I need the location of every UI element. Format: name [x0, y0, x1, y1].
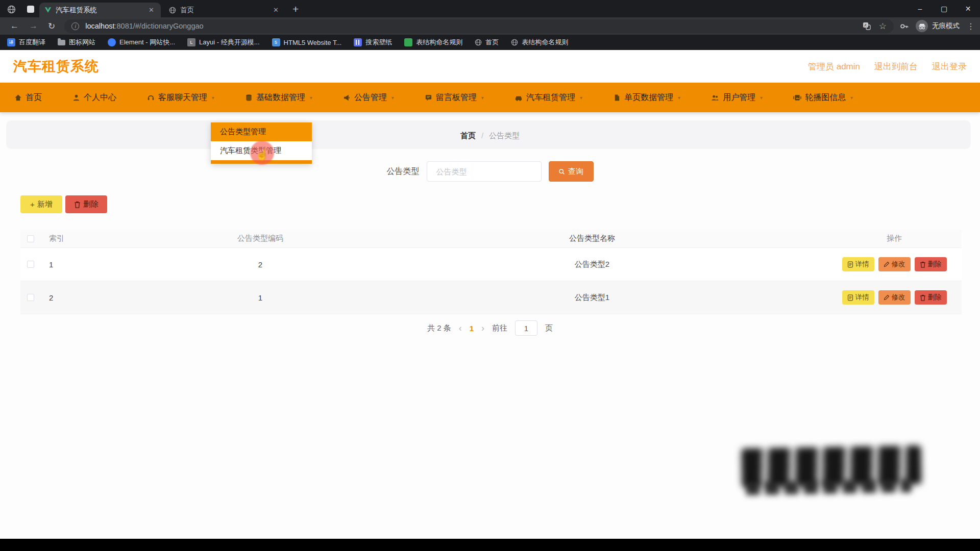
bookmark-star-icon[interactable]: ☆: [879, 21, 887, 32]
tab-car-rental-system[interactable]: 汽车租赁系统 ✕: [39, 3, 161, 17]
click-highlight: ☝: [250, 141, 274, 165]
maximize-button[interactable]: ▢: [932, 0, 956, 17]
nav-item-announcement[interactable]: 公告管理 ▾: [343, 92, 394, 103]
forward-button[interactable]: →: [29, 21, 38, 31]
nav-item-basic-data[interactable]: 基础数据管理 ▾: [245, 92, 312, 103]
document-icon: [847, 261, 853, 268]
bookmark-label: 百度翻译: [19, 38, 45, 47]
wallpaper-icon: [354, 38, 362, 46]
chevron-down-icon: ▾: [850, 95, 853, 101]
search-label: 公告类型: [387, 166, 420, 177]
search-input[interactable]: [436, 167, 538, 176]
query-button[interactable]: 查询: [549, 161, 594, 182]
nav-item-car-rental[interactable]: 汽车租赁管理 ▾: [514, 92, 582, 103]
cell-index: 1: [41, 260, 163, 269]
dropdown-item-announcement-type[interactable]: 公告类型管理: [211, 122, 312, 141]
nav-label: 首页: [26, 92, 42, 103]
nav-item-message-board[interactable]: 留言板管理 ▾: [425, 92, 484, 103]
pencil-icon: [884, 261, 890, 267]
delete-button[interactable]: 删除: [65, 195, 107, 213]
site-info-icon[interactable]: i: [71, 22, 79, 30]
back-button[interactable]: ←: [10, 21, 19, 31]
logout-link[interactable]: 退出登录: [932, 61, 967, 72]
detail-button[interactable]: 详情: [842, 290, 874, 305]
nav-item-single-page-data[interactable]: 单页数据管理 ▾: [613, 92, 680, 103]
nav-item-personal-center[interactable]: 个人中心: [72, 92, 116, 103]
toolbar-right: 无痕模式 ⋮: [900, 20, 975, 32]
chevron-down-icon: ▾: [580, 95, 582, 101]
url-text: localhost:8081/#/dictionaryGonggao: [85, 22, 203, 30]
pinned-extension-icon[interactable]: [27, 6, 34, 13]
add-button[interactable]: + 新增: [20, 195, 62, 213]
nav-item-carousel-info[interactable]: 轮播图信息 ▾: [793, 92, 853, 103]
bookmark-layui[interactable]: LLayui - 经典开源模...: [187, 38, 259, 47]
delete-button-label: 删除: [83, 199, 99, 209]
incognito-badge[interactable]: 无痕模式: [916, 20, 960, 32]
goto-page-input[interactable]: [515, 320, 537, 336]
row-delete-button-label: 删除: [928, 260, 942, 269]
exit-to-front-link[interactable]: 退出到前台: [874, 61, 918, 72]
next-page-icon[interactable]: ›: [481, 323, 484, 334]
bookmark-naming-rules[interactable]: 表结构命名规则: [404, 38, 462, 47]
bookmark-home[interactable]: 首页: [475, 38, 499, 47]
url-path: :8081/#/dictionaryGonggao: [114, 22, 203, 30]
browser-tab-bar: 汽车租赁系统 ✕ 首页 ✕ + – ▢ ✕: [0, 0, 980, 17]
prev-page-icon[interactable]: ‹: [459, 323, 462, 334]
pagination-total: 共 2 条: [427, 323, 451, 333]
browser-menu-icon[interactable]: ⋮: [967, 21, 975, 31]
url-field[interactable]: i localhost:8081/#/dictionaryGonggao A ☆: [64, 19, 894, 33]
key-icon[interactable]: [900, 22, 909, 31]
tab-title: 首页: [180, 6, 272, 15]
table-row: 2 1 公告类型1 详情 修改 删除: [20, 281, 962, 314]
bookmark-wallpaper[interactable]: 搜索壁纸: [354, 38, 392, 47]
select-all-checkbox[interactable]: [27, 235, 34, 242]
vue-icon: [44, 7, 52, 13]
nav-label: 单页数据管理: [624, 92, 673, 103]
cell-actions: 详情 修改 删除: [827, 257, 962, 271]
row-delete-button[interactable]: 删除: [915, 290, 947, 305]
admin-user-link[interactable]: 管理员 admin: [808, 61, 860, 72]
nav-label: 留言板管理: [436, 92, 477, 103]
bookmark-baidu-translate[interactable]: 译百度翻译: [7, 38, 45, 47]
nav-item-home[interactable]: 首页: [14, 92, 42, 103]
breadcrumb-home[interactable]: 首页: [460, 131, 476, 141]
table-row: 1 2 公告类型2 详情 修改 删除: [20, 248, 962, 281]
tab-home[interactable]: 首页 ✕: [164, 3, 285, 17]
bookmark-element[interactable]: Element - 网站快...: [108, 38, 175, 47]
tab-close-icon[interactable]: ✕: [272, 6, 280, 14]
row-checkbox-cell: [20, 261, 41, 268]
hand-cursor-icon: ☝: [255, 148, 268, 161]
bookmark-html5[interactable]: 5HTML5 Website T...: [272, 38, 342, 46]
row-delete-button[interactable]: 删除: [915, 257, 947, 271]
bookmark-icon-site[interactable]: 图标网站: [58, 38, 95, 47]
bookmark-label: 图标网站: [69, 38, 95, 47]
window-controls: – ▢ ✕: [908, 0, 980, 17]
breadcrumb: 首页 / 公告类型: [0, 131, 980, 141]
detail-button[interactable]: 详情: [842, 257, 874, 271]
nav-item-customer-service-chat[interactable]: 客服聊天管理 ▾: [147, 92, 214, 103]
row-checkbox[interactable]: [27, 294, 34, 301]
breadcrumb-current: 公告类型: [489, 131, 520, 141]
translate-icon[interactable]: A: [863, 22, 871, 30]
address-bar: ← → ↻ i localhost:8081/#/dictionaryGongg…: [0, 17, 980, 35]
app-header: 汽车租赁系统 管理员 admin 退出到前台 退出登录: [0, 50, 980, 83]
cell-index: 2: [41, 293, 163, 302]
nav-item-user-management[interactable]: 用户管理 ▾: [711, 92, 763, 103]
reload-button[interactable]: ↻: [48, 21, 55, 32]
table-toolbar: + 新增 删除: [20, 195, 107, 213]
close-button[interactable]: ✕: [956, 0, 980, 17]
current-page[interactable]: 1: [470, 324, 474, 333]
bookmark-naming-rules-2[interactable]: 表结构命名规则: [511, 38, 568, 47]
minimize-button[interactable]: –: [908, 0, 932, 17]
edit-button[interactable]: 修改: [878, 290, 911, 305]
document-icon: [847, 294, 853, 301]
bookmark-label: 搜索壁纸: [365, 38, 392, 47]
edit-button[interactable]: 修改: [878, 257, 911, 271]
globe-icon: [511, 39, 518, 46]
new-tab-button[interactable]: +: [292, 3, 299, 15]
tab-close-icon[interactable]: ✕: [147, 6, 156, 14]
html5-icon: 5: [272, 38, 280, 46]
url-host: localhost: [85, 22, 114, 30]
row-checkbox[interactable]: [27, 261, 34, 268]
bookmarks-bar: 译百度翻译 图标网站 Element - 网站快... LLayui - 经典开…: [0, 35, 980, 50]
